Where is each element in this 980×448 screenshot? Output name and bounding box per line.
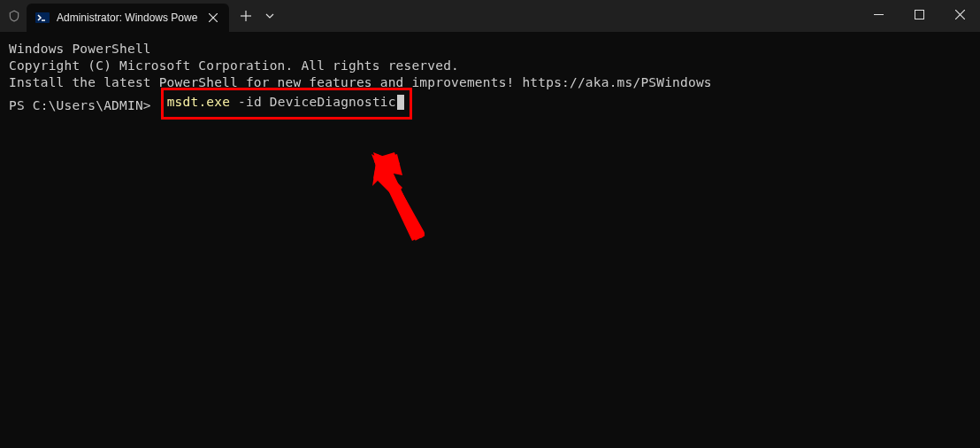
command-flag: -id	[238, 95, 262, 109]
svg-marker-12	[374, 154, 402, 179]
svg-marker-14	[373, 152, 423, 241]
svg-marker-10	[372, 154, 402, 197]
tab-title: Administrator: Windows Powe	[57, 12, 197, 24]
svg-marker-13	[371, 154, 398, 184]
minimize-button[interactable]	[858, 0, 899, 28]
terminal-line: Windows PowerShell	[9, 41, 971, 58]
command-argument: DeviceDiagnostic	[270, 95, 396, 109]
cursor	[397, 95, 404, 110]
tab-active[interactable]: Administrator: Windows Powe	[27, 4, 229, 32]
svg-marker-15	[373, 152, 400, 184]
window-controls	[858, 0, 980, 32]
titlebar: Administrator: Windows Powe	[0, 0, 980, 32]
arrow-icon	[361, 151, 440, 257]
terminal-line: Install the latest PowerShell for new fe…	[9, 74, 971, 91]
command-highlight-box: msdt.exe -id DeviceDiagnostic	[161, 88, 412, 120]
shield-icon	[7, 9, 21, 23]
tab-dropdown-button[interactable]	[259, 3, 280, 29]
prompt-line: PS C:\Users\ADMIN> msdt.exe -id DeviceDi…	[9, 91, 971, 120]
svg-rect-6	[915, 10, 923, 19]
svg-rect-5	[874, 14, 884, 15]
tab-close-button[interactable]	[206, 11, 220, 25]
powershell-icon	[35, 11, 50, 25]
prompt: PS C:\Users\ADMIN>	[9, 97, 151, 114]
new-tab-button[interactable]	[233, 3, 259, 29]
maximize-button[interactable]	[899, 0, 939, 28]
terminal-line: Copyright (C) Microsoft Corporation. All…	[9, 58, 971, 74]
svg-line-11	[387, 174, 420, 234]
command-executable: msdt.exe	[167, 95, 230, 109]
arrow-annotation	[367, 154, 438, 255]
close-button[interactable]	[939, 0, 980, 28]
svg-rect-0	[35, 12, 50, 23]
terminal-body[interactable]: Windows PowerShell Copyright (C) Microso…	[0, 32, 980, 128]
